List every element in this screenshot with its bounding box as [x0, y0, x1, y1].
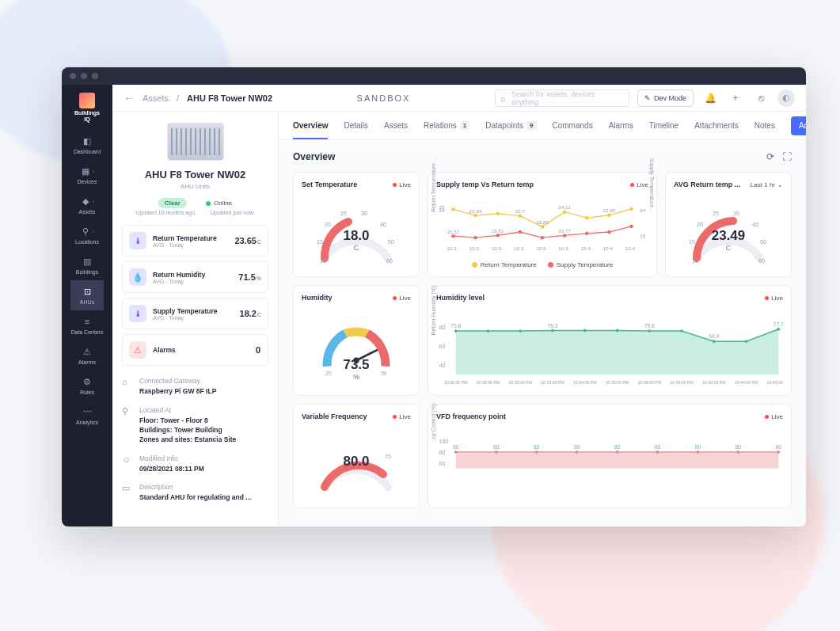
gateway-value: Raspberry Pi GW 8F ILP	[139, 387, 268, 397]
nav-icon: ▥	[82, 256, 93, 267]
search-input[interactable]: Search for assets, devices anything	[495, 89, 629, 107]
svg-point-12	[451, 207, 454, 211]
svg-text:10:3..: 10:3..	[558, 245, 571, 251]
window-close-icon[interactable]	[70, 73, 76, 79]
metric-return-humidity[interactable]: 💧Return HumidityAVG - Today71.5%	[122, 261, 268, 293]
tab-assets[interactable]: Assets	[384, 112, 408, 139]
sidebar-item-ahus[interactable]: ⊡AHUs	[70, 280, 103, 310]
svg-text:75.8: 75.8	[450, 323, 461, 329]
svg-text:20: 20	[325, 222, 331, 227]
sidebar: BuildingsIQ ◧Dashboard▦›Devices◆›Assets⚲…	[62, 85, 112, 526]
tab-alarms[interactable]: Alarms	[609, 112, 633, 139]
svg-point-28	[607, 230, 610, 234]
asset-panel: AHU F8 Tower NW02 AHU Units Clear Online…	[112, 112, 279, 526]
titlebar	[62, 67, 806, 85]
svg-text:80: 80	[439, 450, 446, 455]
svg-text:60: 60	[758, 258, 765, 264]
svg-text:10:36:00 PM: 10:36:00 PM	[606, 380, 629, 385]
svg-text:60: 60	[439, 344, 446, 349]
tab-overview[interactable]: Overview	[293, 112, 328, 139]
svg-text:10:40:00 PM: 10:40:00 PM	[670, 380, 694, 385]
svg-text:22.95: 22.95	[603, 207, 616, 213]
svg-text:20: 20	[697, 222, 703, 227]
expand-icon[interactable]: ⛶	[782, 151, 792, 162]
card-avg-return: AVG Return temp ...Last 1 hr ⌄ 101520253…	[665, 172, 792, 277]
svg-point-61	[519, 329, 522, 333]
svg-text:10:4..: 10:4..	[603, 245, 616, 251]
tab-commands[interactable]: Commands	[553, 112, 593, 139]
svg-text:10:2..: 10:2..	[447, 245, 460, 251]
svg-point-59	[454, 329, 458, 333]
user-avatar[interactable]: ◐	[777, 89, 795, 107]
metric-alarms[interactable]: ⚠Alarms0	[122, 334, 268, 366]
online-badge: Online	[206, 198, 232, 208]
plus-icon[interactable]: ＋	[727, 89, 744, 107]
svg-text:80: 80	[453, 444, 459, 450]
refresh-icon[interactable]: ⟳	[766, 151, 774, 162]
nav-icon: ⊡	[82, 286, 93, 297]
svg-text:22.7: 22.7	[515, 208, 526, 214]
settings-icon[interactable]: ⎋	[752, 89, 770, 107]
svg-point-22	[473, 236, 477, 239]
svg-text:18.85: 18.85	[536, 219, 549, 225]
online-dot-icon	[206, 201, 211, 206]
actions-button[interactable]: Actions ⌄	[791, 116, 806, 135]
tab-details[interactable]: Details	[344, 112, 368, 139]
back-arrow-icon[interactable]: ←	[124, 92, 135, 105]
svg-text:24: 24	[439, 207, 445, 213]
asset-subtitle: AHU Units	[122, 183, 268, 190]
tab-timeline[interactable]: Timeline	[649, 112, 678, 139]
asset-title: AHU F8 Tower NW02	[122, 169, 268, 181]
live-badge: Live	[393, 181, 411, 188]
svg-point-94	[535, 450, 538, 454]
breadcrumb-root[interactable]: Assets	[143, 93, 169, 103]
set-temp-gauge: 1015202530405060 18.0C	[309, 195, 404, 268]
svg-text:10:3..: 10:3..	[536, 245, 549, 251]
svg-text:10:4..: 10:4..	[580, 245, 593, 251]
window-min-icon[interactable]	[81, 73, 87, 79]
asset-image	[167, 123, 224, 161]
sidebar-item-devices[interactable]: ▦›Devices	[70, 160, 103, 190]
card-vfd: Variable FrequencyLive 75 80.0	[293, 404, 420, 508]
svg-text:10:3..: 10:3..	[492, 245, 504, 251]
svg-text:10:3..: 10:3..	[514, 245, 526, 251]
svg-text:30: 30	[733, 211, 739, 216]
svg-text:64.9: 64.9	[709, 333, 719, 339]
svg-text:60: 60	[439, 461, 446, 466]
tabs: OverviewDetailsAssetsRelations 1Datapoin…	[279, 112, 806, 140]
tab-attachments[interactable]: Attachments	[694, 112, 739, 139]
time-range-select[interactable]: Last 1 hr ⌄	[751, 181, 783, 188]
tab-datapoints[interactable]: Datapoints 9	[485, 112, 536, 139]
sidebar-item-assets[interactable]: ◆›Assets	[70, 190, 103, 220]
svg-point-26	[563, 234, 566, 237]
sidebar-item-data-centers[interactable]: ≡Data Centers	[70, 310, 103, 340]
nav-icon: ⚙	[82, 376, 93, 387]
svg-text:80: 80	[776, 444, 782, 450]
svg-text:15.77: 15.77	[558, 228, 571, 234]
app-window: BuildingsIQ ◧Dashboard▦›Devices◆›Assets⚲…	[62, 67, 806, 526]
bell-icon[interactable]: 🔔	[701, 89, 719, 107]
card-vfd-point: VFD frequency pointLive ..cy Control (%)…	[428, 404, 792, 508]
located-label: Located At	[139, 406, 268, 414]
dev-mode-button[interactable]: ✎ Dev Mode	[637, 89, 694, 107]
sidebar-item-locations[interactable]: ⚲›Locations	[70, 220, 103, 250]
sidebar-item-rules[interactable]: ⚙Rules	[70, 371, 103, 401]
sidebar-item-alarms[interactable]: ⚠Alarms	[70, 340, 103, 371]
svg-text:15.81: 15.81	[492, 228, 504, 234]
window-max-icon[interactable]	[92, 73, 98, 79]
gateway-label: Connected Gateway	[139, 377, 268, 385]
tab-relations[interactable]: Relations 1	[424, 112, 469, 139]
sidebar-item-dashboard[interactable]: ◧Dashboard	[70, 130, 103, 160]
metric-supply-temperature[interactable]: 🌡Supply TemperatureAVG - Today18.2C	[122, 298, 268, 329]
metric-return-temperature[interactable]: 🌡Return TemperatureAVG - Today23.65C	[122, 225, 268, 257]
svg-point-98	[616, 450, 619, 454]
sidebar-item-analytics[interactable]: 〰Analytics	[70, 401, 103, 431]
svg-point-104	[736, 450, 739, 454]
sidebar-item-buildings[interactable]: ▥Buildings	[70, 250, 103, 280]
tab-notes[interactable]: Notes	[754, 112, 775, 139]
svg-point-65	[648, 329, 651, 333]
topbar: ← Assets / AHU F8 Tower NW02 SANDBOX Sea…	[112, 85, 806, 112]
svg-text:40: 40	[439, 363, 446, 368]
svg-text:80: 80	[614, 444, 621, 450]
svg-text:100: 100	[439, 439, 448, 444]
